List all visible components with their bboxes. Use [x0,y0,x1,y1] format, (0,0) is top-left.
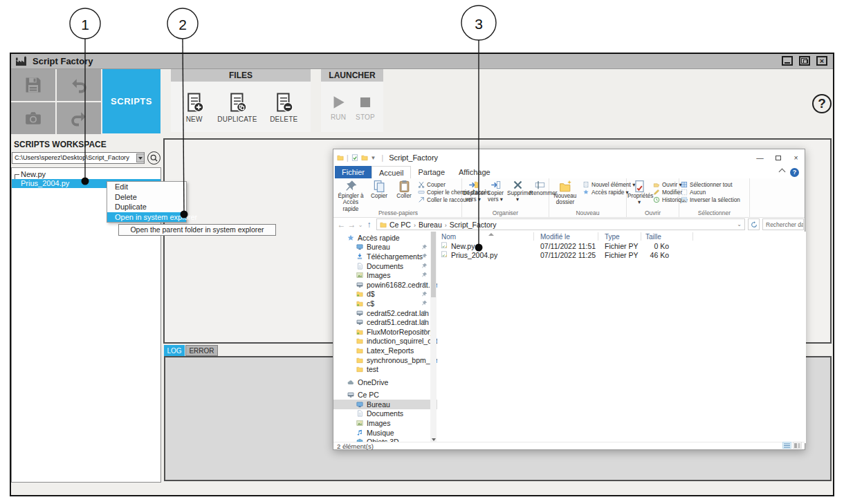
details-view-button[interactable] [782,442,791,449]
menu-item[interactable]: Edit [107,182,186,192]
address-chevron-icon[interactable]: ⌄ [737,221,742,227]
ribbon-button[interactable]: Coller [392,180,416,199]
redo-button[interactable] [57,102,101,134]
ribbon-group: Épingler à Accès rapideCopierCollerCoupe… [335,178,462,217]
nav-item-latex-reports[interactable]: Latex_Reports [333,346,437,355]
nav-item-bureau[interactable]: Bureau [333,243,437,252]
scroll-down-icon [432,438,436,441]
nav-item-onedrive[interactable]: OneDrive [333,377,437,387]
column-header[interactable]: Modifié le [538,233,602,241]
combo-dropdown-button[interactable] [136,153,145,162]
ribbon-group: Déplacer vers ▾Copier vers ▾Supprimer ▾R… [462,178,549,217]
app-titlebar[interactable]: Script Factory × [11,54,833,69]
nav-item-acc-s-rapide[interactable]: Accès rapide [333,233,437,243]
ribbon-button[interactable]: Épingler à Accès rapide [336,180,366,212]
save-button[interactable] [11,69,55,101]
new-script-button[interactable]: NEW [184,91,205,123]
ribbon-button[interactable]: Nouveau dossier [550,180,580,206]
nav-item-induction-squirrel-outerrotor-3p[interactable]: induction_squirrel_outerRotor_3p [333,337,437,346]
nav-item-cedrat52-cedrat-lan[interactable]: cedrat52.cedrat.lan [333,308,437,318]
file-row[interactable]: New.py07/11/2022 11:51Fichier PY0 Ko [439,241,806,250]
ribbon-button[interactable]: Propriétés ▾ [627,180,651,206]
menu-item[interactable]: Delete [107,192,186,203]
tab-log[interactable]: LOG [164,345,185,356]
column-header[interactable]: Taille [643,233,670,241]
tab-error[interactable]: ERROR [185,345,218,356]
tab-affichage[interactable]: Affichage [452,166,497,178]
menu-item[interactable]: Open in system explorer [107,212,186,223]
nav-item-ce-pc[interactable]: Ce PC [333,391,437,400]
ribbon-group-label: Organiser [462,209,549,216]
nav-item-c-[interactable]: c$ [333,299,437,308]
nav-item-test[interactable]: test [333,364,437,374]
file-row[interactable]: Prius_2004.py07/11/2022 11:25Fichier PY4… [439,251,806,260]
close-button[interactable]: × [816,56,827,66]
minimize-button[interactable] [782,56,793,66]
ribbon-small-button[interactable]: Sélectionner tout [681,181,740,188]
tab-accueil[interactable]: Accueil [371,166,411,178]
browse-button[interactable] [147,151,160,165]
nav-item-images[interactable]: Images [333,270,437,280]
nav-item-musique[interactable]: Musique [333,428,437,438]
stop-button[interactable]: STOP [356,93,375,121]
refresh-button[interactable] [748,218,760,230]
nav-item-bureau[interactable]: Bureau [333,400,437,409]
nav-item-cedrat51-cedrat-lan[interactable]: cedrat51.cedrat.lan [333,317,437,327]
duplicate-script-button[interactable]: DUPLICATE [217,91,257,123]
undo-button[interactable] [57,69,101,101]
help-button[interactable]: ? [812,94,832,113]
back-button[interactable]: ← [336,220,347,230]
screenshot-button[interactable] [11,102,55,134]
pc-icon [347,391,354,398]
forward-button[interactable]: → [347,220,357,230]
context-menu: EditDeleteDuplicateOpen in system explor… [107,181,187,223]
nav-item-d-[interactable]: d$ [333,290,437,299]
nav-item-powin61682-cedrat-lan[interactable]: powin61682.cedrat.lan [333,280,437,290]
workspace-file-item[interactable]: New.py [12,170,160,179]
ribbon-button[interactable]: Supprimer ▾ [507,180,528,203]
ribbon-button[interactable]: Renommer [529,180,550,196]
nav-item-images[interactable]: Images [333,418,437,428]
tab-fichier[interactable]: Fichier [335,166,371,178]
nav-scrollbar[interactable] [430,232,437,443]
explorer-help-icon[interactable]: ? [790,168,799,177]
search-box[interactable]: Rechercher dans : ... [762,218,804,230]
delete-script-button[interactable]: DELETE [270,91,297,123]
explorer-close-button[interactable]: × [787,149,805,166]
breadcrumb-segment[interactable]: Script_Factory [450,221,497,229]
restore-button[interactable] [799,56,810,66]
thumbnail-view-button[interactable] [793,442,802,449]
folder-icon [356,366,363,373]
breadcrumb-segment[interactable]: Bureau [419,221,442,229]
history-chevron-icon[interactable]: ⌄ [357,222,364,228]
up-button[interactable]: ↑ [364,220,374,230]
nav-item-t-l-chargements[interactable]: Téléchargements [333,252,437,261]
breadcrumb[interactable]: Ce PC›Bureau›Script_Factory ⌄ [376,218,745,230]
nav-item-fluxmotorrepository[interactable]: FluxMotorRepository [333,327,437,337]
column-header[interactable]: Type [602,233,643,241]
pyfile-icon [441,242,448,249]
run-button[interactable]: RUN [329,93,347,121]
ribbon-small-button[interactable]: Aucun [681,189,740,196]
qat-chevron-icon[interactable]: ▼ [371,155,376,161]
path-combobox[interactable]: C:\Users\sperez\Desktop\Script_Factory [12,152,145,164]
tab-partage[interactable]: Partage [411,166,452,178]
explorer-maximize-button[interactable] [769,149,787,166]
callout-number: 2 [178,17,187,32]
ribbon-button[interactable]: Copier [367,180,391,199]
scripts-button[interactable]: SCRIPTS [102,69,160,133]
breadcrumb-segment[interactable]: Ce PC [389,221,411,229]
cloud-icon [347,379,354,386]
explorer-minimize-button[interactable]: — [751,149,769,166]
ribbon-button[interactable]: Copier vers ▾ [485,180,506,203]
nav-item-synchronous-bpm-innerrotor-3p[interactable]: synchronous_bpm_innerRotor_3p [333,355,437,365]
scrollbar-thumb[interactable] [431,232,436,297]
nav-item-documents[interactable]: Documents [333,409,437,419]
nav-item-documents[interactable]: Documents [333,261,437,271]
launcher-group: LAUNCHER RUN STOP [321,69,383,132]
ribbon-button[interactable]: Déplacer vers ▾ [463,180,484,203]
ribbon-small-button[interactable]: Inverser la sélection [681,196,740,203]
menu-item[interactable]: Duplicate [107,202,186,212]
explorer-titlebar[interactable]: | ▼ | Script_Factory — × [333,149,805,166]
collapse-ribbon-icon[interactable] [780,169,785,173]
